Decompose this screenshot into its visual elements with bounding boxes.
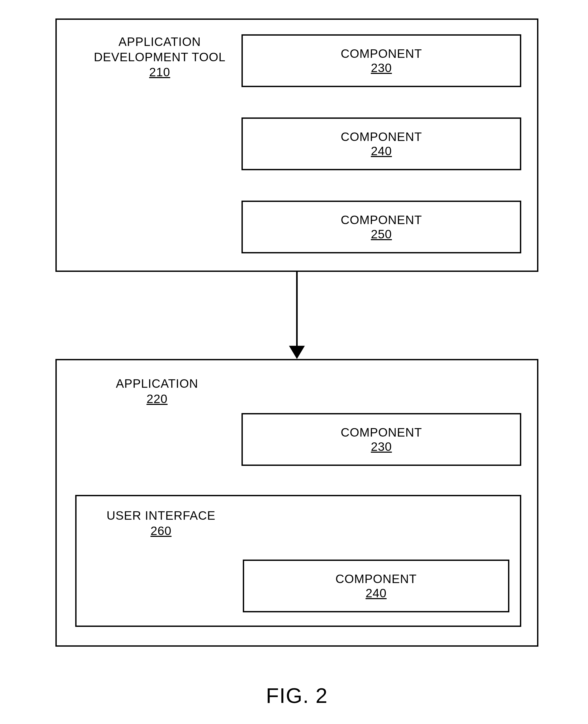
component-240-box-bottom: COMPONENT 240 (243, 560, 509, 612)
component-label: COMPONENT (341, 425, 422, 439)
arrow (56, 272, 539, 359)
component-240-box: COMPONENT 240 (241, 118, 521, 170)
arrow-head-icon (289, 346, 305, 359)
ui-num: 260 (100, 523, 222, 539)
diagram-container: APPLICATION DEVELOPMENT TOOL 210 COMPONE… (56, 19, 539, 708)
title-line1: APPLICATION (104, 376, 210, 391)
component-250-box: COMPONENT 250 (241, 201, 521, 253)
app-dev-tool-box: APPLICATION DEVELOPMENT TOOL 210 COMPONE… (56, 19, 539, 272)
title-num: 210 (86, 65, 234, 80)
component-num: 230 (371, 439, 392, 454)
component-label: COMPONENT (341, 213, 422, 227)
title-num: 220 (104, 391, 210, 407)
component-230-box: COMPONENT 230 (241, 34, 521, 87)
component-num: 240 (365, 586, 386, 600)
component-num: 240 (371, 144, 392, 158)
user-interface-box: USER INTERFACE 260 COMPONENT 240 (75, 495, 521, 627)
app-dev-tool-title: APPLICATION DEVELOPMENT TOOL 210 (86, 34, 234, 80)
ui-title-line: USER INTERFACE (100, 508, 222, 523)
component-label: COMPONENT (335, 572, 417, 586)
component-label: COMPONENT (341, 130, 422, 144)
component-230-box-bottom: COMPONENT 230 (241, 413, 521, 466)
component-label: COMPONENT (341, 46, 422, 61)
application-title: APPLICATION 220 (104, 376, 210, 407)
title-line1: APPLICATION (86, 34, 234, 49)
title-line2: DEVELOPMENT TOOL (86, 49, 234, 65)
component-num: 250 (371, 227, 392, 241)
arrow-line (296, 272, 298, 348)
application-box: APPLICATION 220 COMPONENT 230 USER INTER… (56, 359, 539, 647)
user-interface-title: USER INTERFACE 260 (100, 508, 222, 538)
figure-caption: FIG. 2 (56, 684, 539, 708)
component-num: 230 (371, 61, 392, 75)
